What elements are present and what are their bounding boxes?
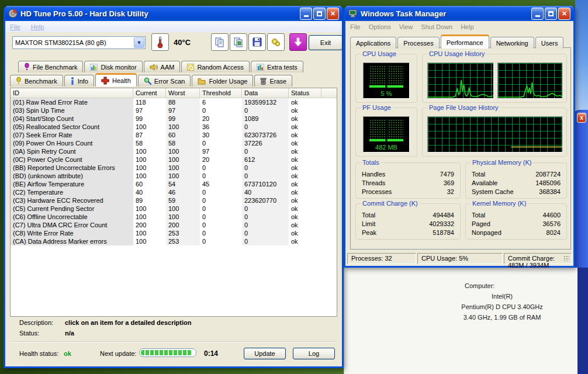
tab-folder-usage[interactable]: Folder Usage bbox=[192, 75, 253, 86]
update-button[interactable]: Update bbox=[244, 348, 286, 359]
stat-label: Processes bbox=[362, 188, 392, 196]
copy-text-button[interactable] bbox=[211, 33, 229, 51]
maximize-button[interactable] bbox=[313, 8, 326, 20]
table-row[interactable]: (01) Raw Read Error Rate118886193599132o… bbox=[11, 98, 337, 106]
table-row[interactable]: (07) Seek Error Rate876030623073726ok bbox=[11, 131, 337, 139]
table-row[interactable]: (C8) Write Error Rate10025300ok bbox=[11, 229, 337, 237]
table-cell: 88 bbox=[166, 98, 200, 106]
menu-file[interactable]: File bbox=[10, 23, 20, 30]
status-processes: Processes: 32 bbox=[347, 253, 416, 264]
close-button[interactable]: ✕ bbox=[327, 8, 339, 20]
physical-memory-group: Physical Memory (K) Total2087724Availabl… bbox=[465, 162, 567, 199]
tab-error-scan[interactable]: Error Scan bbox=[138, 75, 191, 86]
col-current[interactable]: Current bbox=[133, 88, 166, 98]
speaker-icon bbox=[150, 64, 158, 71]
menu-help[interactable]: Help bbox=[31, 23, 44, 30]
taskmgr-app-icon bbox=[348, 9, 358, 18]
table-row[interactable]: (C3) Hardware ECC Recovered8959022362077… bbox=[11, 196, 337, 205]
menu-options[interactable]: Options bbox=[369, 23, 391, 30]
minimize-button[interactable] bbox=[531, 8, 544, 20]
table-cell: 0 bbox=[242, 221, 289, 229]
table-cell: ok bbox=[289, 188, 321, 196]
table-cell: (C5) Current Pending Sector bbox=[11, 205, 133, 213]
kernel-memory-label: Kernel Memory (K) bbox=[471, 200, 528, 207]
tab-processes[interactable]: Processes bbox=[397, 37, 439, 49]
exit-button[interactable]: Exit bbox=[309, 35, 343, 50]
tab-benchmark[interactable]: Benchmark bbox=[10, 75, 63, 86]
stat-row: Total2087724 bbox=[472, 170, 561, 179]
stat-value: 44600 bbox=[542, 211, 561, 220]
progress-fill bbox=[141, 350, 192, 355]
table-row[interactable]: (0C) Power Cycle Count10010020612ok bbox=[11, 155, 337, 164]
col-status[interactable]: Status bbox=[289, 88, 321, 98]
tab-erase[interactable]: Erase bbox=[254, 75, 292, 86]
table-row[interactable]: (05) Reallocated Sector Count100100360ok bbox=[11, 123, 337, 131]
col-threshold[interactable]: Threshold bbox=[200, 88, 242, 98]
tab-applications[interactable]: Applications bbox=[350, 37, 396, 49]
tab-networking[interactable]: Networking bbox=[490, 37, 534, 49]
tab-aam[interactable]: AAM bbox=[144, 61, 181, 72]
table-row[interactable]: (C5) Current Pending Sector10010000ok bbox=[11, 205, 337, 213]
copy-image-button[interactable] bbox=[230, 33, 247, 51]
menu-shutdown[interactable]: Shut Down bbox=[421, 23, 452, 30]
tab-disk-monitor[interactable]: Disk monitor bbox=[84, 61, 142, 72]
table-cell: 36 bbox=[200, 123, 242, 131]
tab-info[interactable]: Info bbox=[64, 75, 94, 86]
minimize-button[interactable] bbox=[300, 8, 312, 20]
table-cell: 0 bbox=[200, 229, 242, 237]
table-cell: 60 bbox=[133, 180, 166, 188]
thermometer-icon bbox=[157, 36, 163, 49]
table-cell: (CA) Data Address Marker errors bbox=[11, 237, 133, 245]
close-button[interactable]: ✕ bbox=[558, 8, 570, 20]
download-button[interactable] bbox=[289, 33, 307, 51]
save-button[interactable] bbox=[248, 33, 266, 51]
table-cell: (C6) Offline Uncorrectable bbox=[11, 213, 133, 221]
table-row[interactable]: (0A) Spin Retry Count100100970ok bbox=[11, 147, 337, 155]
table-row[interactable]: (CA) Data Address Marker errors10025300o… bbox=[11, 237, 337, 245]
tab-health[interactable]: Health bbox=[95, 73, 137, 86]
taskmgr-titlebar[interactable]: Windows Task Manager ✕ bbox=[345, 6, 573, 21]
close-icon[interactable]: x bbox=[577, 113, 586, 123]
cpu-history-graph-1 bbox=[427, 63, 494, 99]
stat-row: Limit4029332 bbox=[362, 220, 454, 228]
menu-view[interactable]: View bbox=[399, 23, 413, 30]
col-id[interactable]: ID bbox=[11, 88, 133, 98]
tab-file-benchmark[interactable]: File Benchmark bbox=[18, 61, 83, 72]
table-row[interactable]: (C6) Offline Uncorrectable10010000ok bbox=[11, 213, 337, 221]
table-cell: ok bbox=[289, 237, 321, 245]
table-cell: 0 bbox=[200, 237, 242, 245]
hdtune-titlebar[interactable]: HD Tune Pro 5.00 - Hard Disk Utility ✕ bbox=[5, 6, 342, 21]
table-cell: 40 bbox=[242, 188, 289, 196]
tab-performance[interactable]: Performance bbox=[441, 34, 489, 49]
tab-extra-tests[interactable]: Extra tests bbox=[251, 61, 303, 72]
table-row[interactable]: (C7) Ultra DMA CRC Error Count20020000ok bbox=[11, 221, 337, 229]
log-button[interactable]: Log bbox=[293, 348, 335, 359]
menu-file[interactable]: File bbox=[350, 23, 361, 30]
resize-grip[interactable] bbox=[563, 255, 569, 261]
table-row[interactable]: (BD) (unknown attribute)10010000ok bbox=[11, 172, 337, 180]
chevron-down-icon[interactable]: ▼ bbox=[134, 37, 144, 48]
drive-select[interactable]: MAXTOR STM380215A (80 gB) ▼ bbox=[12, 36, 146, 49]
table-row[interactable]: (04) Start/Stop Count9999201089ok bbox=[11, 115, 337, 123]
pf-usage-group: PF Usage 482 MB bbox=[355, 108, 417, 157]
col-worst[interactable]: Worst bbox=[166, 88, 200, 98]
tab-random-access[interactable]: Random Access bbox=[181, 61, 249, 72]
options-button[interactable] bbox=[267, 33, 285, 51]
table-row[interactable]: (BB) Reported Uncorrectable Errors100100… bbox=[11, 164, 337, 172]
temperature-value: 40°C bbox=[174, 38, 191, 47]
tab-users[interactable]: Users bbox=[535, 37, 564, 49]
table-row[interactable]: (BE) Airflow Temperature605445673710120o… bbox=[11, 180, 337, 188]
maximize-button[interactable] bbox=[545, 8, 557, 20]
col-data[interactable]: Data bbox=[242, 88, 289, 98]
table-row[interactable]: (C2) Temperature4046040ok bbox=[11, 188, 337, 196]
taskmgr-tabs: Applications Processes Performance Netwo… bbox=[350, 34, 563, 49]
copy-text-icon bbox=[215, 37, 225, 47]
menu-help[interactable]: Help bbox=[461, 23, 474, 30]
table-row[interactable]: (09) Power On Hours Count5858037226ok bbox=[11, 139, 337, 147]
background-window-strip bbox=[577, 268, 588, 374]
table-cell: 99 bbox=[166, 115, 200, 123]
table-row[interactable]: (03) Spin Up Time979700ok bbox=[11, 106, 337, 115]
temperature-button[interactable] bbox=[151, 33, 169, 51]
description-label: Description: bbox=[19, 319, 53, 326]
table-cell: 0 bbox=[242, 147, 289, 155]
